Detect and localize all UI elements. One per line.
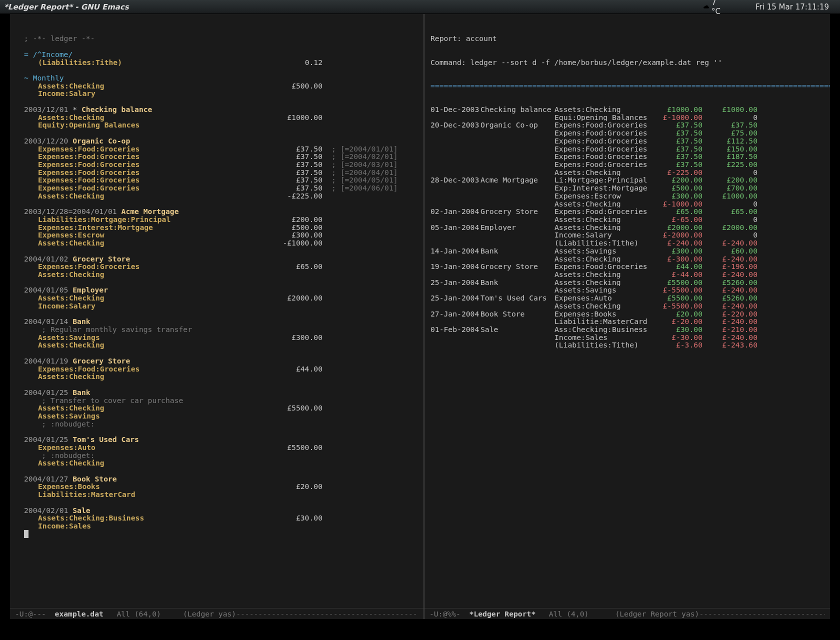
source-line[interactable]: Liabilities:Mortgage:Principal£200.00 xyxy=(24,216,418,224)
report-row: 28-Dec-2003Acme MortgageLi:Mortgage:Prin… xyxy=(430,176,824,184)
report-row: 19-Jan-2004Grocery StoreExpens:Food:Groc… xyxy=(430,262,824,270)
source-line[interactable]: Assets:Checking£2000.00 xyxy=(24,294,418,302)
source-line[interactable]: Expenses:Food:Groceries£44.00 xyxy=(24,365,418,373)
source-line[interactable]: 2003/12/01 * Checking balance xyxy=(24,106,418,114)
report-row: Expens:Food:Groceries£37.50£225.00 xyxy=(430,160,824,168)
source-line[interactable]: Expenses:Food:Groceries£37.50; [=2004/01… xyxy=(24,145,418,153)
source-line[interactable]: Assets:Checking xyxy=(24,341,418,349)
source-line[interactable]: Income:Salary xyxy=(24,302,418,310)
source-line[interactable] xyxy=(24,98,418,106)
report-row: Expens:Food:Groceries£37.50£187.50 xyxy=(430,152,824,160)
source-line[interactable]: Expenses:Auto£5500.00 xyxy=(24,444,418,452)
source-line[interactable]: Assets:Checking£1000.00 xyxy=(24,114,418,122)
source-line[interactable] xyxy=(24,129,418,137)
source-line[interactable]: Assets:Checking-£1000.00 xyxy=(24,239,418,247)
source-pane[interactable]: ; -*- ledger -*- = /^Income/(Liabilities… xyxy=(10,14,424,619)
modeline-position: All (64,0) (Ledger yas) xyxy=(104,610,236,618)
source-line[interactable] xyxy=(24,200,418,208)
source-line[interactable]: Equity:Opening Balances xyxy=(24,121,418,129)
modeline-prefix: -U:@--- xyxy=(15,610,55,618)
source-line[interactable]: Expenses:Food:Groceries£37.50; [=2004/05… xyxy=(24,176,418,184)
source-line[interactable] xyxy=(24,310,418,318)
source-line[interactable] xyxy=(24,380,418,388)
cursor xyxy=(24,530,28,538)
emacs-frame: ; -*- ledger -*- = /^Income/(Liabilities… xyxy=(10,14,830,619)
report-row: Assets:Checking£-44.00£-240.00 xyxy=(430,270,824,278)
source-line[interactable]: Expenses:Food:Groceries£37.50; [=2004/04… xyxy=(24,168,418,176)
source-line[interactable]: 2004/01/19 Grocery Store xyxy=(24,357,418,365)
report-row: Assets:Checking£-225.000 xyxy=(430,168,824,176)
weather-temp: 7 °C xyxy=(712,0,720,16)
source-line[interactable]: Assets:Checking-£225.00 xyxy=(24,192,418,200)
source-line[interactable]: Expenses:Food:Groceries£37.50; [=2004/03… xyxy=(24,160,418,168)
weather-icon xyxy=(702,3,710,10)
report-row: Assets:Checking£-5500.00£-240.00 xyxy=(430,302,824,310)
source-line[interactable] xyxy=(24,349,418,357)
weather-indicator[interactable]: 7 °C xyxy=(702,0,720,16)
source-modeline: -U:@--- example.dat All (64,0) (Ledger y… xyxy=(10,608,424,619)
report-row: Exp:Interest:Mortgage£500.00£700.00 xyxy=(430,184,824,192)
report-row: 27-Jan-2004Book StoreExpenses:Books£20.0… xyxy=(430,310,824,318)
report-content: 01-Dec-2003Checking balanceAssets:Checki… xyxy=(430,106,824,349)
report-row: Assets:Checking£-300.00£-240.00 xyxy=(430,255,824,263)
source-line[interactable]: ; :nobudget: xyxy=(24,420,418,428)
source-line[interactable]: ; -*- ledger -*- xyxy=(24,34,418,42)
report-row: (Liabilities:Tithe)£-3.60£-243.60 xyxy=(430,341,824,349)
report-header-1: Report: account xyxy=(430,34,824,42)
source-line[interactable] xyxy=(24,42,418,50)
source-line[interactable]: Expenses:Escrow£300.00 xyxy=(24,231,418,239)
report-row: Assets:Checking£-1000.000 xyxy=(430,200,824,208)
source-line[interactable]: Assets:Checking:Business£30.00 xyxy=(24,514,418,522)
source-line[interactable]: Expenses:Books£20.00 xyxy=(24,482,418,490)
source-line[interactable]: ~ Monthly xyxy=(24,74,418,82)
modeline-fill: ----------------------------------------… xyxy=(699,610,825,618)
source-line[interactable]: Liabilities:MasterCard xyxy=(24,490,418,498)
clock[interactable]: Fri 15 Mar 17:11:19 xyxy=(756,2,829,12)
source-line[interactable]: Assets:Checking£500.00 xyxy=(24,82,418,90)
source-line[interactable] xyxy=(24,467,418,475)
source-line[interactable] xyxy=(24,278,418,286)
source-line[interactable]: ; Transfer to cover car purchase xyxy=(24,396,418,404)
source-line[interactable] xyxy=(24,530,418,538)
source-line[interactable]: (Liabilities:Tithe)0.12 xyxy=(24,58,418,66)
source-line[interactable]: 2003/12/28=2004/01/01 Acme Mortgage xyxy=(24,208,418,216)
report-row: 20-Dec-2003Organic Co-opExpens:Food:Groc… xyxy=(430,121,824,129)
source-line[interactable]: = /^Income/ xyxy=(24,50,418,58)
source-line[interactable]: Assets:Savings£300.00 xyxy=(24,334,418,342)
source-line[interactable]: Expenses:Food:Groceries£37.50; [=2004/02… xyxy=(24,152,418,160)
source-line[interactable]: 2004/01/14 Bank xyxy=(24,318,418,326)
report-row: 25-Jan-2004BankAssets:Checking£5500.00£5… xyxy=(430,278,824,286)
source-line[interactable] xyxy=(24,498,418,506)
source-line[interactable]: ; :nobudget: xyxy=(24,452,418,460)
source-line[interactable]: Expenses:Interest:Mortgage£500.00 xyxy=(24,224,418,232)
report-row: Income:Salary£-2000.000 xyxy=(430,231,824,239)
source-line[interactable]: Assets:Savings xyxy=(24,412,418,420)
source-content[interactable]: ; -*- ledger -*- = /^Income/(Liabilities… xyxy=(24,34,418,538)
report-row: 25-Jan-2004Tom's Used CarsExpenses:Auto£… xyxy=(430,294,824,302)
source-line[interactable] xyxy=(24,428,418,436)
source-line[interactable]: Assets:Checking xyxy=(24,270,418,278)
report-pane[interactable]: Report: account Command: ledger --sort d… xyxy=(424,14,830,619)
source-line[interactable] xyxy=(24,247,418,255)
source-line[interactable]: ; Regular monthly savings transfer xyxy=(24,326,418,334)
source-line[interactable]: Assets:Checking£5500.00 xyxy=(24,404,418,412)
source-line[interactable] xyxy=(24,66,418,74)
source-line[interactable]: 2004/01/05 Employer xyxy=(24,286,418,294)
report-row: 02-Jan-2004Grocery StoreExpens:Food:Groc… xyxy=(430,208,824,216)
report-row: Assets:Checking£-65.000 xyxy=(430,216,824,224)
source-line[interactable]: 2004/01/25 Tom's Used Cars xyxy=(24,436,418,444)
source-line[interactable]: Assets:Checking xyxy=(24,459,418,467)
source-line[interactable]: 2004/01/25 Bank xyxy=(24,388,418,396)
source-line[interactable]: Income:Salary xyxy=(24,90,418,98)
source-line[interactable]: Assets:Checking xyxy=(24,372,418,380)
source-line[interactable]: Income:Sales xyxy=(24,522,418,530)
source-line[interactable]: Expenses:Food:Groceries£37.50; [=2004/06… xyxy=(24,184,418,192)
report-row: Assets:Savings£-5500.00£-240.00 xyxy=(430,286,824,294)
modeline-buffer: example.dat xyxy=(55,610,104,618)
source-line[interactable]: 2004/01/27 Book Store xyxy=(24,475,418,483)
modeline-fill: ----------------------------------------… xyxy=(236,610,418,618)
source-line[interactable]: Expenses:Food:Groceries£65.00 xyxy=(24,262,418,270)
source-line[interactable]: 2004/01/02 Grocery Store xyxy=(24,255,418,263)
source-line[interactable]: 2003/12/20 Organic Co-op xyxy=(24,137,418,145)
source-line[interactable]: 2004/02/01 Sale xyxy=(24,506,418,514)
